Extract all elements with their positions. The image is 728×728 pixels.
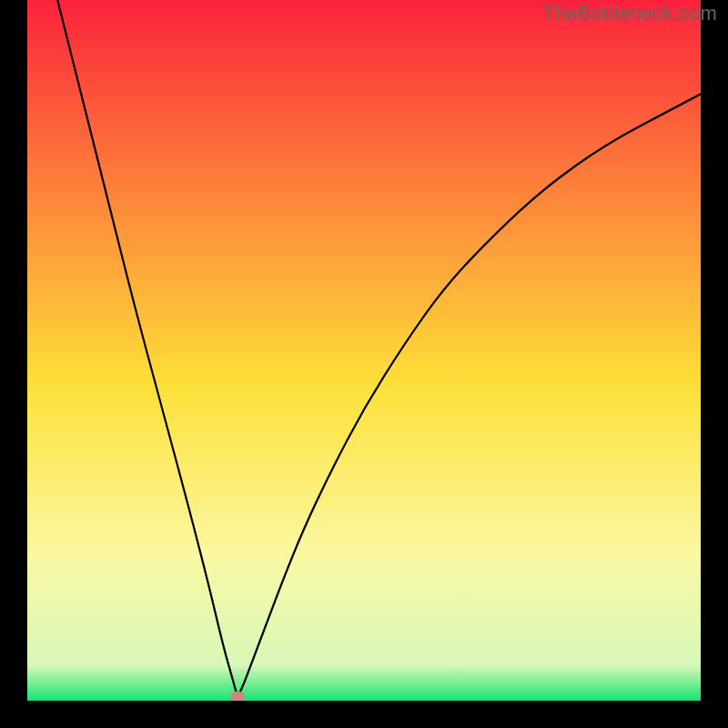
watermark-text: TheBottleneck.com [542, 2, 717, 25]
gradient-background [27, 0, 701, 701]
min-point-marker [230, 692, 245, 701]
chart-svg [27, 0, 701, 701]
plot-area [27, 0, 701, 701]
chart-frame: TheBottleneck.com [0, 0, 728, 728]
